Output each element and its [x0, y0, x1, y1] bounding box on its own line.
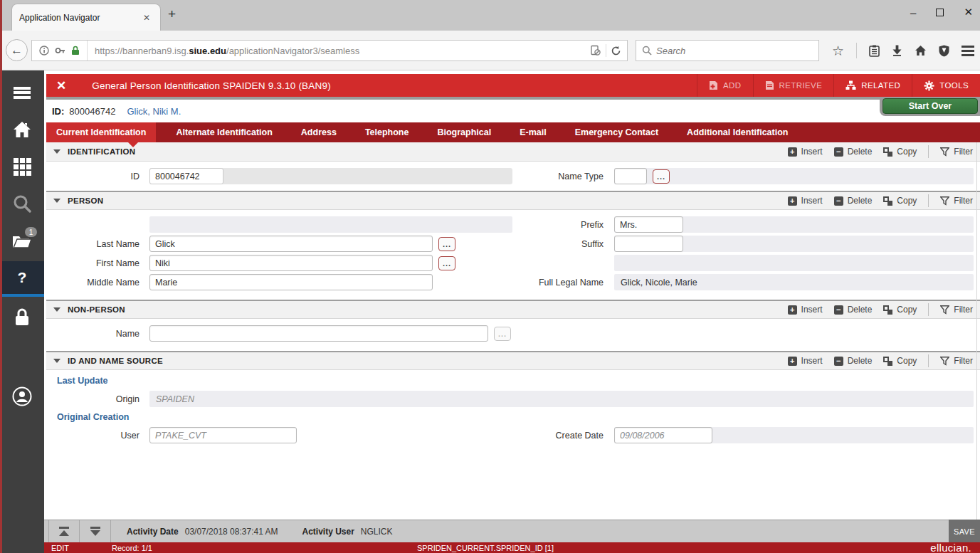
sidebar-item-search[interactable] [0, 187, 44, 220]
browser-menu-icon[interactable] [961, 43, 974, 58]
insert-icon: + [788, 147, 797, 157]
browser-tab-title: Application Navigator [19, 13, 140, 23]
delete-button[interactable]: −Delete [834, 147, 873, 157]
non-person-name-lookup-button[interactable]: ... [494, 327, 511, 341]
tools-button[interactable]: TOOLS [912, 74, 980, 97]
insert-button[interactable]: +Insert [788, 147, 823, 157]
shield-blocker-icon[interactable] [939, 45, 949, 57]
first-name-input[interactable] [149, 255, 433, 271]
delete-icon: − [834, 357, 843, 366]
sidebar-item-home[interactable] [0, 113, 44, 146]
collapse-caret-icon[interactable] [53, 307, 60, 312]
reader-mode-icon[interactable] [590, 45, 601, 56]
insert-button[interactable]: +Insert [788, 196, 823, 206]
name-type-lookup-button[interactable]: ... [653, 169, 670, 184]
copy-button[interactable]: Copy [883, 196, 917, 206]
last-name-lookup-button[interactable]: ... [438, 237, 455, 251]
tab-email[interactable]: E-mail [510, 122, 557, 142]
url-bar[interactable]: https://bannerban9.isg.siue.edu/applicat… [31, 40, 628, 61]
insert-button[interactable]: +Insert [788, 305, 823, 315]
tab-close-icon[interactable]: ✕ [140, 11, 153, 24]
id-field-track [149, 168, 512, 184]
collapse-caret-icon[interactable] [53, 359, 60, 363]
tab-address[interactable]: Address [291, 122, 347, 142]
copy-button[interactable]: Copy [883, 356, 917, 366]
filter-button[interactable]: Filter [940, 356, 973, 366]
pocket-list-icon[interactable] [869, 45, 880, 57]
window-minimize-button[interactable]: – [910, 6, 916, 19]
add-doc-icon [709, 80, 718, 90]
user-label: User [46, 431, 141, 441]
delete-button[interactable]: −Delete [834, 305, 873, 315]
reload-icon[interactable] [611, 46, 621, 56]
collapse-caret-icon[interactable] [53, 149, 60, 154]
tab-biographical[interactable]: Biographical [427, 122, 501, 142]
retrieve-button[interactable]: RETRIEVE [753, 74, 834, 97]
sidebar-item-sign-out[interactable] [0, 301, 44, 334]
user-input[interactable] [149, 427, 297, 443]
id-input[interactable] [149, 168, 223, 184]
insert-button[interactable]: +Insert [788, 356, 823, 366]
browser-tab[interactable]: Application Navigator ✕ [11, 4, 161, 31]
key-icon[interactable] [55, 46, 65, 56]
create-date-label: Create Date [512, 431, 604, 441]
add-button[interactable]: ADD [697, 74, 752, 97]
copy-button[interactable]: Copy [883, 305, 917, 315]
scroll-to-top-button[interactable] [48, 520, 80, 543]
first-name-lookup-button[interactable]: ... [438, 256, 455, 270]
window-close-button[interactable]: ✕ [964, 6, 973, 19]
sidebar-item-recently-opened[interactable]: 1 [0, 224, 44, 257]
create-date-input[interactable] [614, 427, 712, 443]
new-tab-button[interactable]: + [168, 7, 176, 21]
start-over-button[interactable]: Start Over [882, 98, 978, 114]
tab-telephone[interactable]: Telephone [355, 122, 419, 142]
filter-button[interactable]: Filter [940, 147, 973, 157]
name-type-input[interactable] [614, 168, 647, 184]
status-bar: EDIT Record: 1/1 SPRIDEN_CURRENT.SPRIDEN… [44, 542, 980, 553]
tab-additional-identification[interactable]: Additional Identification [677, 122, 798, 142]
back-button[interactable]: ← [6, 39, 28, 61]
browser-search[interactable] [636, 40, 819, 61]
collapse-caret-icon[interactable] [53, 199, 60, 203]
home-icon[interactable] [915, 45, 927, 56]
search-input[interactable] [656, 46, 813, 56]
filter-button[interactable]: Filter [940, 305, 973, 315]
bookmark-star-icon[interactable]: ☆ [832, 43, 844, 59]
record-indicator: Record: 1/1 [112, 544, 152, 552]
scroll-to-bottom-button[interactable] [80, 520, 111, 543]
sidebar-menu-toggle[interactable] [0, 76, 44, 109]
https-lock-icon[interactable] [71, 46, 80, 56]
section-header-non-person: NON-PERSON +Insert −Delete Copy Filter [46, 300, 980, 319]
tab-emergency-contact[interactable]: Emergency Contact [565, 122, 668, 142]
filter-icon [940, 305, 949, 315]
window-maximize-button[interactable] [936, 9, 944, 16]
delete-button[interactable]: −Delete [834, 196, 873, 206]
filter-button[interactable]: Filter [940, 196, 973, 206]
middle-name-input[interactable] [149, 274, 433, 290]
downloads-icon[interactable] [892, 45, 902, 56]
delete-button[interactable]: −Delete [834, 356, 873, 366]
suffix-input[interactable] [614, 236, 683, 252]
sidebar-item-help[interactable]: ? [0, 261, 44, 294]
full-legal-name-value: Glick, Nicole, Marie [614, 278, 697, 288]
key-block: ID: 800046742 Glick, Niki M. [46, 100, 980, 122]
sidebar-item-profile[interactable] [0, 380, 44, 413]
site-info-icon[interactable] [39, 46, 49, 56]
form-close-icon[interactable]: ✕ [46, 78, 76, 93]
sidebar-item-applications[interactable] [0, 150, 44, 183]
origin-value: SPAIDEN [149, 394, 194, 404]
copy-button[interactable]: Copy [883, 147, 917, 157]
mode-indicator: EDIT [51, 544, 69, 552]
non-person-name-input[interactable] [149, 325, 488, 342]
prefix-input[interactable] [614, 216, 683, 233]
tab-current-identification[interactable]: Current Identification [46, 122, 156, 142]
last-name-input[interactable] [149, 236, 433, 252]
identification-body: ID Name Type ... [46, 162, 980, 191]
insert-icon: + [788, 305, 797, 315]
save-button[interactable]: SAVE [949, 520, 980, 543]
activity-date-value: 03/07/2018 08:37:41 AM [185, 527, 278, 537]
tab-alternate-identification[interactable]: Alternate Identification [166, 122, 282, 142]
related-button[interactable]: RELATED [833, 74, 912, 97]
form-tabbar: Current Identification Alternate Identif… [46, 122, 980, 142]
last-update-heading: Last Update [46, 374, 980, 388]
